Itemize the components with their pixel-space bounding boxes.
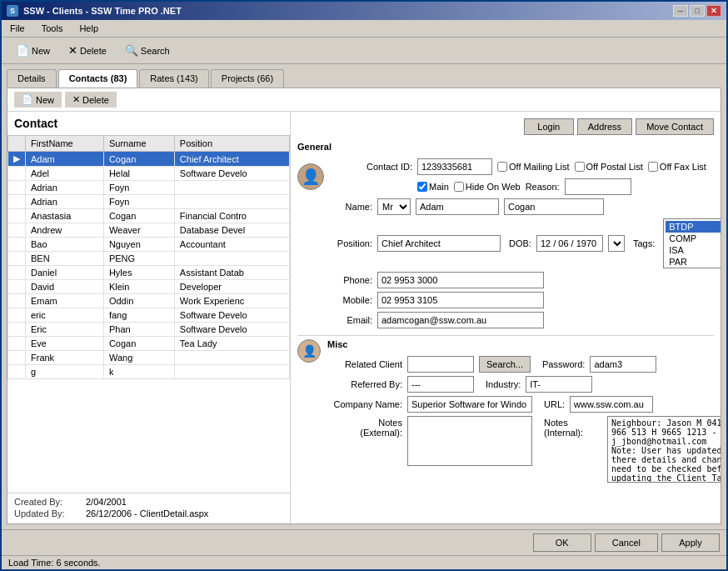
hide-on-web-checkbox[interactable]: [454, 182, 464, 192]
email-input[interactable]: [377, 312, 544, 328]
ok-button[interactable]: OK: [533, 533, 591, 552]
close-button[interactable]: ✕: [706, 5, 721, 17]
cell-firstname: Eric: [26, 323, 104, 337]
main-window: S SSW - Clients - SSW Time PRO .NET ─ □ …: [0, 0, 728, 571]
table-row[interactable]: ▶ Adam Cogan Chief Architect: [8, 152, 290, 167]
cell-position: [174, 252, 289, 266]
tab-contacts[interactable]: Contacts (83): [58, 69, 138, 88]
referred-by-input[interactable]: [407, 376, 474, 393]
table-row[interactable]: eric fang Software Develo: [8, 308, 290, 323]
cell-surname: k: [103, 365, 174, 379]
dob-input[interactable]: [536, 235, 603, 252]
menu-file[interactable]: File: [7, 22, 28, 35]
first-name-input[interactable]: [416, 198, 499, 215]
new-icon: 📄: [16, 44, 29, 57]
tag-isa[interactable]: ISA: [666, 244, 721, 256]
table-row[interactable]: Frank Wang: [8, 351, 290, 365]
tab-rates[interactable]: Rates (143): [139, 69, 208, 88]
off-fax-checkbox[interactable]: [648, 162, 658, 172]
move-contact-button[interactable]: Move Contact: [636, 118, 714, 135]
contact-id-input[interactable]: [417, 158, 492, 175]
main-checkbox[interactable]: [417, 182, 427, 192]
new-button[interactable]: 📄 New: [8, 42, 57, 59]
address-button[interactable]: Address: [577, 118, 632, 135]
phone-row: Phone:: [297, 272, 714, 288]
off-postal-checkbox-row: Off Postal List: [575, 162, 643, 172]
salutation-select[interactable]: MrMsMrsDr: [377, 198, 411, 215]
tag-comp[interactable]: COMP: [666, 233, 721, 244]
menu-help[interactable]: Help: [76, 22, 102, 35]
col-position: Position: [174, 136, 289, 152]
table-row[interactable]: Eric Phan Software Develo: [8, 323, 290, 337]
contact-header: Contact: [7, 112, 290, 135]
off-mailing-checkbox[interactable]: [497, 162, 507, 172]
inner-toolbar: 📄 New ✕ Delete: [7, 88, 721, 112]
password-input[interactable]: [590, 356, 656, 373]
table-row[interactable]: Adrian Foyn: [8, 195, 290, 209]
inner-delete-button[interactable]: ✕ Delete: [65, 92, 117, 108]
row-arrow: [8, 167, 26, 181]
cell-surname: Foyn: [103, 195, 174, 209]
dob-era-select[interactable]: [608, 235, 625, 252]
table-row[interactable]: Anastasia Cogan Financial Contro: [8, 209, 290, 223]
tab-content: 📄 New ✕ Delete Contact: [7, 88, 721, 524]
minimize-button[interactable]: ─: [673, 5, 688, 17]
reason-input[interactable]: [565, 178, 631, 195]
created-by-label: Created By:: [14, 497, 81, 507]
table-row[interactable]: Adrian Foyn: [8, 181, 290, 195]
notes-row: Notes (External): Notes (Internal): Neig…: [327, 416, 721, 483]
menu-tools[interactable]: Tools: [38, 22, 67, 35]
table-row[interactable]: BEN PENG: [8, 252, 290, 266]
cell-surname: Hyles: [103, 266, 174, 280]
related-client-input[interactable]: [407, 356, 474, 373]
notes-external-input[interactable]: [407, 416, 532, 466]
col-firstname: FirstName: [26, 136, 104, 152]
cell-surname: Phan: [103, 323, 174, 337]
last-name-input[interactable]: [504, 198, 604, 215]
off-mailing-checkbox-row: Off Mailing List: [497, 162, 570, 172]
table-row[interactable]: Emam Oddin Work Experienc: [8, 294, 290, 308]
updated-by-value: 26/12/2006 - ClientDetail.aspx: [86, 508, 283, 518]
table-row[interactable]: Bao Nguyen Accountant: [8, 238, 290, 252]
phone-input[interactable]: [377, 272, 544, 288]
cell-position: Accountant: [174, 238, 289, 252]
tag-par[interactable]: PAR: [666, 256, 721, 268]
search-button[interactable]: 🔍 Search: [117, 42, 177, 59]
position-input[interactable]: [377, 235, 501, 252]
login-button[interactable]: Login: [524, 118, 574, 135]
related-client-row: Related Client Search... Password:: [327, 356, 721, 373]
dob-label: DOB:: [509, 238, 531, 248]
tab-projects[interactable]: Projects (66): [211, 69, 284, 88]
row-arrow: [8, 280, 26, 294]
row-arrow: ▶: [8, 152, 26, 167]
table-row[interactable]: Andrew Weaver Database Devel: [8, 223, 290, 238]
notes-internal-input[interactable]: Neighbour: Jason M 0414 966 513 H 9665 1…: [607, 416, 721, 483]
delete-button[interactable]: ✕ Delete: [61, 42, 114, 59]
url-input[interactable]: [570, 396, 653, 413]
action-buttons: Login Address Move Contact: [297, 118, 714, 135]
cell-surname: Nguyen: [103, 238, 174, 252]
related-client-search-button[interactable]: Search...: [479, 356, 531, 373]
table-row[interactable]: Eve Cogan Tea Lady: [8, 337, 290, 351]
table-row[interactable]: David Klein Developer: [8, 280, 290, 294]
cell-firstname: Adrian: [26, 181, 104, 195]
maximize-button[interactable]: □: [690, 5, 705, 17]
inner-new-button[interactable]: 📄 New: [14, 92, 62, 108]
table-row[interactable]: Daniel Hyles Assistant Datab: [8, 266, 290, 280]
table-row[interactable]: g k: [8, 365, 290, 379]
title-buttons: ─ □ ✕: [673, 5, 721, 17]
apply-button[interactable]: Apply: [661, 533, 720, 552]
tab-details[interactable]: Details: [7, 69, 57, 88]
tags-box[interactable]: BTDP COMP ISA PAR: [663, 218, 721, 268]
cancel-button[interactable]: Cancel: [595, 533, 658, 552]
off-postal-checkbox[interactable]: [575, 162, 585, 172]
mobile-input[interactable]: [377, 292, 544, 308]
delete-icon: ✕: [68, 44, 77, 57]
tag-btdp[interactable]: BTDP: [666, 221, 721, 233]
company-name-input[interactable]: [407, 396, 532, 413]
industry-input[interactable]: [526, 376, 592, 393]
main-checkbox-row: Main: [417, 182, 449, 192]
table-row[interactable]: Adel Helal Software Develo: [8, 167, 290, 181]
email-row: Email:: [297, 312, 714, 328]
cell-surname: Weaver: [103, 223, 174, 238]
